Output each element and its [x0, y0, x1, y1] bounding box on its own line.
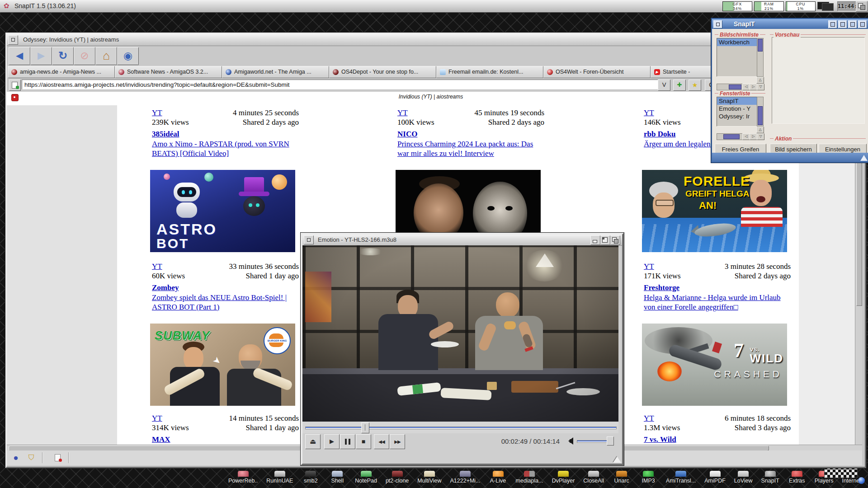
video-title-link[interactable]: Amo x Nimo - RAPSTAR (prod. von SVRN BEA…: [152, 139, 299, 158]
history-dropdown-button[interactable]: V: [658, 80, 670, 91]
close-gadget[interactable]: [8, 35, 18, 45]
dock-item-a1222[interactable]: A1222+Mi...: [450, 471, 481, 488]
channel-link[interactable]: MAX: [152, 435, 299, 444]
screen-list-hscroll[interactable]: [717, 84, 743, 90]
snapshot-gadget[interactable]: [828, 20, 837, 28]
yt-link[interactable]: YT: [644, 262, 654, 271]
yt-link[interactable]: YT: [152, 262, 162, 271]
scroll-left-button[interactable]: ◁: [742, 84, 750, 90]
video-title-link[interactable]: Zombey spielt das NEUE Astro Bot-Spiel! …: [152, 293, 299, 312]
thumbnail-subway-burgerking[interactable]: SUBWAY BURGER KING ➤: [150, 324, 295, 406]
channel-link[interactable]: Freshtorge: [644, 283, 791, 292]
home-button[interactable]: [95, 47, 117, 65]
scroll-right-button[interactable]: ▷: [750, 133, 757, 140]
dock-item-loview[interactable]: LoView: [734, 471, 753, 488]
yt-link[interactable]: YT: [397, 108, 408, 117]
dock-item-extras[interactable]: Extras: [788, 471, 806, 488]
tab-software-news[interactable]: Software News - AmigaOS 3.2...: [115, 66, 222, 78]
dock-item-amitranslate[interactable]: AmiTransl...: [666, 471, 696, 488]
fast-forward-button[interactable]: [390, 434, 405, 449]
dock-item-smb2[interactable]: smb2: [302, 471, 320, 488]
bookmarks-button[interactable]: [689, 80, 701, 91]
tab-os4welt[interactable]: OS4Welt - Foren-Übersicht: [543, 66, 651, 78]
forward-button[interactable]: [30, 47, 52, 65]
dock-item-dvplayer[interactable]: DvPlayer: [552, 471, 575, 488]
iconify-gadget[interactable]: [838, 20, 847, 28]
rewind-button[interactable]: [374, 434, 389, 449]
screen-list-item[interactable]: Workbench: [717, 38, 757, 46]
snapit-title-bar[interactable]: SnapIT: [712, 19, 868, 29]
dock-item-runinuae[interactable]: RunInUAE: [266, 471, 293, 488]
dock-item-mediaplayer[interactable]: mediapla...: [516, 471, 543, 488]
dock-item-closeall[interactable]: CloseAll: [583, 471, 604, 488]
video-title-link[interactable]: Princess Charming 2024 Lea packt aus: Da…: [397, 139, 544, 158]
yt-link[interactable]: YT: [152, 108, 162, 117]
window-list-vscroll[interactable]: [757, 97, 764, 127]
scroll-right-button[interactable]: ▷: [750, 84, 757, 90]
scroll-down-button[interactable]: ▽: [757, 84, 764, 90]
channel-link[interactable]: 7 vs. Wild: [644, 435, 791, 444]
video-canvas[interactable]: [302, 245, 618, 422]
channel-link[interactable]: NICO: [397, 129, 544, 139]
seek-knob[interactable]: [361, 422, 369, 433]
dock-item-pt2clone[interactable]: pt2-clone: [386, 471, 409, 488]
play-button[interactable]: [324, 434, 340, 449]
reload-button[interactable]: [52, 47, 74, 65]
eject-button[interactable]: [305, 434, 321, 449]
stop-button[interactable]: [74, 47, 95, 65]
volume-knob[interactable]: [607, 436, 614, 446]
window-list[interactable]: SnapIT Emotion - Y Odyssey: Ir: [717, 97, 757, 127]
window-list-item[interactable]: Emotion - Y: [717, 105, 757, 113]
screen-list-vscroll[interactable]: [757, 38, 764, 77]
dock-item-multiview[interactable]: MultiView: [417, 471, 441, 488]
pause-button[interactable]: [340, 434, 355, 449]
back-button[interactable]: [9, 47, 30, 65]
stop-button[interactable]: [356, 434, 371, 449]
url-input[interactable]: [22, 80, 660, 89]
security-lock-icon[interactable]: [26, 453, 37, 463]
window-list-item[interactable]: SnapIT: [717, 97, 757, 105]
scroll-up-button[interactable]: △: [756, 77, 764, 84]
dock-item-powerreb[interactable]: PowerReb..: [228, 471, 258, 488]
page-status-icon[interactable]: [52, 453, 63, 463]
dock-item-alive[interactable]: A-Live: [489, 471, 507, 488]
resize-gadget[interactable]: [860, 151, 868, 161]
yt-link[interactable]: YT: [644, 108, 654, 117]
dock-item-imp3[interactable]: IMP3: [639, 471, 657, 488]
page-icon-button[interactable]: [9, 80, 21, 91]
video-title-link[interactable]: Helga & Marianne - Helga wurde im Urlaub…: [644, 293, 791, 312]
yt-link[interactable]: YT: [644, 413, 654, 423]
dock-item-shell[interactable]: Shell: [328, 471, 346, 488]
tab-os4depot[interactable]: OS4Depot - Your one stop fo...: [329, 66, 436, 78]
tab-freemail[interactable]: Freemail emailn.de: Kostenl...: [436, 66, 543, 78]
channel-link[interactable]: 385idéal: [152, 129, 299, 139]
zoom-gadget[interactable]: [848, 20, 857, 28]
thumbnail-forelle[interactable]: FORELLE GREIFT HELGA AN!: [642, 170, 787, 252]
thumbnail-7vswild[interactable]: 7 vs. WILD CRASHED: [642, 324, 787, 406]
channel-link[interactable]: Zombey: [152, 283, 299, 292]
seek-bar[interactable]: [302, 422, 618, 433]
tab-amigaworld[interactable]: Amigaworld.net - The Amiga ...: [222, 66, 329, 78]
network-status-icon[interactable]: [10, 453, 21, 463]
scroll-up-button[interactable]: △: [756, 127, 764, 133]
tab-amiga-news[interactable]: amiga-news.de - Amiga-News ...: [8, 66, 115, 78]
thumbnail-astro-bot[interactable]: ASTRO BOT: [150, 170, 295, 252]
resize-gadget[interactable]: [613, 452, 621, 463]
depth-gadget[interactable]: [858, 20, 867, 28]
dock-item-amipdf[interactable]: AmiPDF: [704, 471, 726, 488]
zoom-gadget[interactable]: [600, 235, 610, 245]
add-bookmark-button[interactable]: [673, 80, 686, 91]
screens-icon[interactable]: [817, 2, 835, 10]
network-button[interactable]: [117, 47, 139, 65]
player-title-bar[interactable]: Emotion - YT-HLS2-166.m3u8: [302, 235, 622, 246]
boing-ball-icon[interactable]: [858, 477, 865, 484]
yt-link[interactable]: YT: [152, 413, 162, 423]
feed-icon[interactable]: [11, 94, 19, 101]
close-gadget[interactable]: [304, 235, 314, 244]
dock-item-snapit[interactable]: SnapIT: [761, 471, 779, 488]
window-list-item[interactable]: Odyssey: Ir: [717, 113, 757, 120]
scroll-down-button[interactable]: ▽: [757, 133, 764, 140]
iconify-gadget[interactable]: [590, 235, 600, 245]
screen-depth-gadget[interactable]: [856, 1, 868, 12]
dock-item-notepad[interactable]: NotePad: [355, 471, 377, 488]
